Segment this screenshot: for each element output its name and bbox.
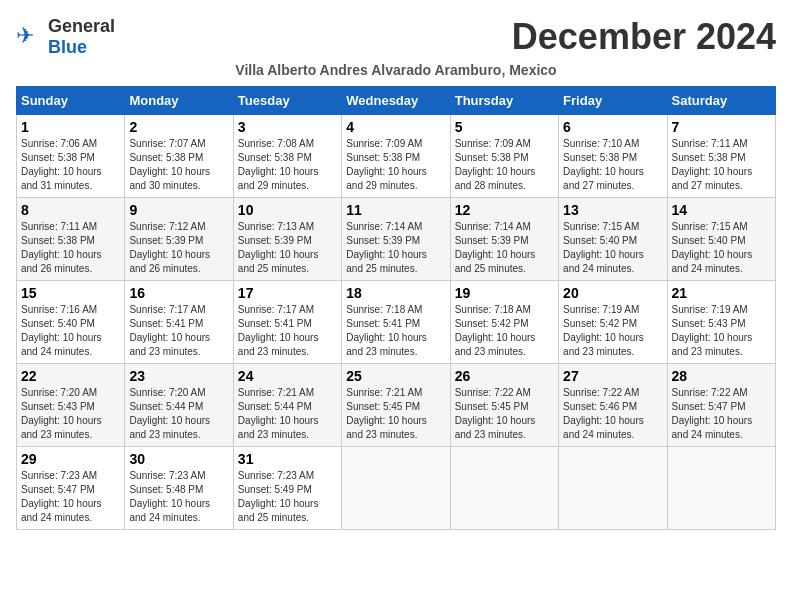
day-number: 12 xyxy=(455,202,554,218)
day-number: 6 xyxy=(563,119,662,135)
day-info: Sunrise: 7:19 AMSunset: 5:43 PMDaylight:… xyxy=(672,303,771,359)
day-info: Sunrise: 7:20 AMSunset: 5:43 PMDaylight:… xyxy=(21,386,120,442)
calendar-cell: 2Sunrise: 7:07 AMSunset: 5:38 PMDaylight… xyxy=(125,115,233,198)
calendar-cell: 11Sunrise: 7:14 AMSunset: 5:39 PMDayligh… xyxy=(342,198,450,281)
day-number: 21 xyxy=(672,285,771,301)
day-info: Sunrise: 7:09 AMSunset: 5:38 PMDaylight:… xyxy=(346,137,445,193)
calendar-cell: 3Sunrise: 7:08 AMSunset: 5:38 PMDaylight… xyxy=(233,115,341,198)
logo-blue: Blue xyxy=(48,37,87,57)
logo-general: General xyxy=(48,16,115,36)
day-number: 19 xyxy=(455,285,554,301)
day-number: 27 xyxy=(563,368,662,384)
day-number: 17 xyxy=(238,285,337,301)
day-number: 31 xyxy=(238,451,337,467)
calendar-week-row: 22Sunrise: 7:20 AMSunset: 5:43 PMDayligh… xyxy=(17,364,776,447)
day-number: 23 xyxy=(129,368,228,384)
calendar-cell: 16Sunrise: 7:17 AMSunset: 5:41 PMDayligh… xyxy=(125,281,233,364)
calendar-cell: 24Sunrise: 7:21 AMSunset: 5:44 PMDayligh… xyxy=(233,364,341,447)
day-info: Sunrise: 7:06 AMSunset: 5:38 PMDaylight:… xyxy=(21,137,120,193)
day-info: Sunrise: 7:12 AMSunset: 5:39 PMDaylight:… xyxy=(129,220,228,276)
day-number: 16 xyxy=(129,285,228,301)
day-number: 4 xyxy=(346,119,445,135)
day-number: 14 xyxy=(672,202,771,218)
month-title: December 2024 xyxy=(512,16,776,58)
day-number: 26 xyxy=(455,368,554,384)
day-info: Sunrise: 7:18 AMSunset: 5:41 PMDaylight:… xyxy=(346,303,445,359)
day-info: Sunrise: 7:18 AMSunset: 5:42 PMDaylight:… xyxy=(455,303,554,359)
logo: ✈ General Blue xyxy=(16,16,115,58)
col-header-thursday: Thursday xyxy=(450,87,558,115)
day-info: Sunrise: 7:22 AMSunset: 5:45 PMDaylight:… xyxy=(455,386,554,442)
calendar-cell: 23Sunrise: 7:20 AMSunset: 5:44 PMDayligh… xyxy=(125,364,233,447)
calendar-cell: 19Sunrise: 7:18 AMSunset: 5:42 PMDayligh… xyxy=(450,281,558,364)
calendar-cell xyxy=(559,447,667,530)
calendar-table: SundayMondayTuesdayWednesdayThursdayFrid… xyxy=(16,86,776,530)
day-number: 28 xyxy=(672,368,771,384)
day-number: 1 xyxy=(21,119,120,135)
calendar-week-row: 1Sunrise: 7:06 AMSunset: 5:38 PMDaylight… xyxy=(17,115,776,198)
day-info: Sunrise: 7:21 AMSunset: 5:44 PMDaylight:… xyxy=(238,386,337,442)
day-number: 24 xyxy=(238,368,337,384)
calendar-cell: 4Sunrise: 7:09 AMSunset: 5:38 PMDaylight… xyxy=(342,115,450,198)
calendar-cell: 27Sunrise: 7:22 AMSunset: 5:46 PMDayligh… xyxy=(559,364,667,447)
calendar-cell: 9Sunrise: 7:12 AMSunset: 5:39 PMDaylight… xyxy=(125,198,233,281)
col-header-wednesday: Wednesday xyxy=(342,87,450,115)
calendar-cell: 7Sunrise: 7:11 AMSunset: 5:38 PMDaylight… xyxy=(667,115,775,198)
day-info: Sunrise: 7:22 AMSunset: 5:47 PMDaylight:… xyxy=(672,386,771,442)
day-info: Sunrise: 7:23 AMSunset: 5:47 PMDaylight:… xyxy=(21,469,120,525)
col-header-monday: Monday xyxy=(125,87,233,115)
day-info: Sunrise: 7:09 AMSunset: 5:38 PMDaylight:… xyxy=(455,137,554,193)
calendar-week-row: 8Sunrise: 7:11 AMSunset: 5:38 PMDaylight… xyxy=(17,198,776,281)
col-header-saturday: Saturday xyxy=(667,87,775,115)
day-info: Sunrise: 7:16 AMSunset: 5:40 PMDaylight:… xyxy=(21,303,120,359)
calendar-cell: 13Sunrise: 7:15 AMSunset: 5:40 PMDayligh… xyxy=(559,198,667,281)
calendar-cell: 25Sunrise: 7:21 AMSunset: 5:45 PMDayligh… xyxy=(342,364,450,447)
header: ✈ General Blue December 2024 xyxy=(16,16,776,58)
day-number: 8 xyxy=(21,202,120,218)
day-number: 29 xyxy=(21,451,120,467)
calendar-cell: 14Sunrise: 7:15 AMSunset: 5:40 PMDayligh… xyxy=(667,198,775,281)
day-info: Sunrise: 7:22 AMSunset: 5:46 PMDaylight:… xyxy=(563,386,662,442)
calendar-cell: 15Sunrise: 7:16 AMSunset: 5:40 PMDayligh… xyxy=(17,281,125,364)
logo-text: General Blue xyxy=(48,16,115,58)
day-number: 11 xyxy=(346,202,445,218)
day-info: Sunrise: 7:20 AMSunset: 5:44 PMDaylight:… xyxy=(129,386,228,442)
day-info: Sunrise: 7:10 AMSunset: 5:38 PMDaylight:… xyxy=(563,137,662,193)
day-number: 22 xyxy=(21,368,120,384)
day-number: 9 xyxy=(129,202,228,218)
day-info: Sunrise: 7:19 AMSunset: 5:42 PMDaylight:… xyxy=(563,303,662,359)
calendar-cell: 20Sunrise: 7:19 AMSunset: 5:42 PMDayligh… xyxy=(559,281,667,364)
day-number: 7 xyxy=(672,119,771,135)
col-header-sunday: Sunday xyxy=(17,87,125,115)
calendar-cell: 10Sunrise: 7:13 AMSunset: 5:39 PMDayligh… xyxy=(233,198,341,281)
calendar-cell: 30Sunrise: 7:23 AMSunset: 5:48 PMDayligh… xyxy=(125,447,233,530)
calendar-cell: 21Sunrise: 7:19 AMSunset: 5:43 PMDayligh… xyxy=(667,281,775,364)
day-info: Sunrise: 7:14 AMSunset: 5:39 PMDaylight:… xyxy=(346,220,445,276)
calendar-cell xyxy=(450,447,558,530)
calendar-cell: 8Sunrise: 7:11 AMSunset: 5:38 PMDaylight… xyxy=(17,198,125,281)
calendar-week-row: 15Sunrise: 7:16 AMSunset: 5:40 PMDayligh… xyxy=(17,281,776,364)
day-info: Sunrise: 7:11 AMSunset: 5:38 PMDaylight:… xyxy=(672,137,771,193)
day-info: Sunrise: 7:14 AMSunset: 5:39 PMDaylight:… xyxy=(455,220,554,276)
calendar-cell xyxy=(667,447,775,530)
day-info: Sunrise: 7:08 AMSunset: 5:38 PMDaylight:… xyxy=(238,137,337,193)
day-info: Sunrise: 7:17 AMSunset: 5:41 PMDaylight:… xyxy=(129,303,228,359)
calendar-subtitle: Villa Alberto Andres Alvarado Aramburo, … xyxy=(16,62,776,78)
day-info: Sunrise: 7:23 AMSunset: 5:48 PMDaylight:… xyxy=(129,469,228,525)
day-number: 20 xyxy=(563,285,662,301)
day-info: Sunrise: 7:15 AMSunset: 5:40 PMDaylight:… xyxy=(672,220,771,276)
calendar-cell: 18Sunrise: 7:18 AMSunset: 5:41 PMDayligh… xyxy=(342,281,450,364)
day-number: 18 xyxy=(346,285,445,301)
day-number: 3 xyxy=(238,119,337,135)
calendar-cell: 22Sunrise: 7:20 AMSunset: 5:43 PMDayligh… xyxy=(17,364,125,447)
calendar-cell: 12Sunrise: 7:14 AMSunset: 5:39 PMDayligh… xyxy=(450,198,558,281)
day-info: Sunrise: 7:07 AMSunset: 5:38 PMDaylight:… xyxy=(129,137,228,193)
day-number: 5 xyxy=(455,119,554,135)
calendar-cell xyxy=(342,447,450,530)
day-info: Sunrise: 7:13 AMSunset: 5:39 PMDaylight:… xyxy=(238,220,337,276)
logo-icon: ✈ xyxy=(16,23,44,51)
calendar-cell: 29Sunrise: 7:23 AMSunset: 5:47 PMDayligh… xyxy=(17,447,125,530)
day-number: 30 xyxy=(129,451,228,467)
col-header-tuesday: Tuesday xyxy=(233,87,341,115)
calendar-cell: 28Sunrise: 7:22 AMSunset: 5:47 PMDayligh… xyxy=(667,364,775,447)
